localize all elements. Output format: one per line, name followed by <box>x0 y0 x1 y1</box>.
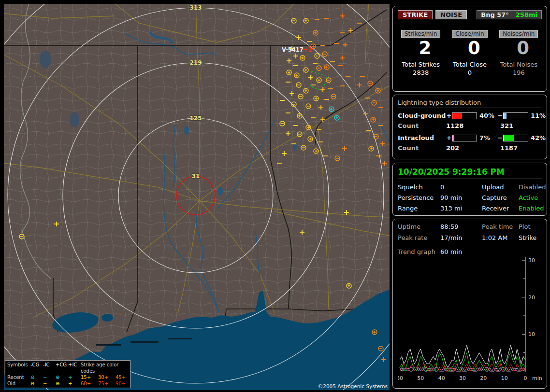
minus-sign: − <box>497 134 503 141</box>
datetime-display: 10/20/2025 9:29:16 PM <box>398 167 542 179</box>
upload-status: Disabled <box>519 183 546 191</box>
uptime-label: Uptime <box>398 223 440 230</box>
recent-ic-pos-icon: + <box>68 374 81 380</box>
total-close-value: 0 <box>447 69 492 76</box>
minus-sign: − <box>497 112 503 119</box>
ic-pos-bar <box>452 135 477 141</box>
uptime-value: 88:59 <box>440 223 482 230</box>
session-panel: Uptime 88:59 Peak time Plot Peak rate 17… <box>392 219 547 389</box>
svg-text:219: 219 <box>189 59 202 66</box>
ic-count-label: Count <box>398 144 446 152</box>
cg-neg-count: 321 <box>500 122 542 129</box>
receiver-label: Receiver <box>482 205 519 212</box>
upload-label: Upload <box>482 183 519 191</box>
squelch-value: 0 <box>440 183 482 191</box>
peak-time-label: Peak time <box>482 223 519 230</box>
svg-text:10: 10 <box>528 331 535 337</box>
noises-per-min-chip: Noises/min <box>499 30 538 38</box>
total-strikes-label: Total Strikes <box>398 61 444 68</box>
ic-pos-count: 202 <box>446 144 500 152</box>
svg-text:30: 30 <box>528 257 535 264</box>
cg-neg-bar <box>503 112 528 119</box>
recent-cg-pos-icon: ⊕ <box>56 374 68 380</box>
persistence-value: 90 min <box>440 194 482 201</box>
peak-rate-label: Peak rate <box>398 234 440 241</box>
close-per-min-value: 0 <box>447 38 492 59</box>
distribution-title: Lightning type distribution <box>398 99 542 108</box>
bearing-display: Bng 57° 258mi <box>477 10 542 19</box>
old-cg-pos-icon: ⊕ <box>56 380 68 387</box>
svg-text:50: 50 <box>417 375 424 381</box>
capture-label: Capture <box>482 194 519 201</box>
age-code-75: 75+ <box>98 380 116 387</box>
cg-pos-bar <box>452 112 477 119</box>
trend-graph-label: Trend graph <box>398 248 440 255</box>
svg-text:60: 60 <box>398 375 403 381</box>
cloud-ground-label: Cloud-ground <box>398 112 446 119</box>
legend-col-ic-neg: -IC <box>43 362 56 374</box>
svg-text:20: 20 <box>528 294 535 301</box>
age-code-90: 90+ <box>116 380 133 387</box>
storm-cell-label[interactable]: V-5417+2 <box>282 46 312 53</box>
svg-text:313: 313 <box>189 4 202 11</box>
old-ic-pos-icon: + <box>68 380 81 387</box>
age-code-45: 45+ <box>116 374 133 380</box>
persistence-label: Persistence <box>398 194 440 201</box>
cg-count-label: Count <box>398 122 446 129</box>
trend-graph-value: 60 min <box>440 248 542 255</box>
old-cg-neg-icon: ⊖ <box>30 380 43 387</box>
ic-neg-bar <box>503 135 528 141</box>
svg-text:31: 31 <box>192 173 200 180</box>
legend-age-label: Strike age color codes <box>81 362 133 374</box>
copyright-text: ©2005 Astrogenic Systems <box>318 383 388 389</box>
legend-col-ic-pos: +IC <box>68 362 81 374</box>
svg-text:min: min <box>532 375 542 381</box>
squelch-label: Squelch <box>398 183 440 191</box>
strikes-per-min-value: 2 <box>398 38 444 59</box>
ic-neg-pct: 42% <box>528 134 549 141</box>
svg-text:0: 0 <box>524 375 527 381</box>
map-canvas: 31321912531 <box>4 4 390 390</box>
lightning-map[interactable]: 31321912531 V-5417+2 Symbols -CG -IC +CG… <box>4 4 390 390</box>
storm-cell-id: V-5417 <box>282 46 304 53</box>
recent-cg-neg-icon: ⊖ <box>30 374 43 380</box>
plus-sign: + <box>446 134 452 141</box>
noise-button[interactable]: NOISE <box>435 10 467 19</box>
capture-status: Active <box>519 194 546 201</box>
svg-text:30: 30 <box>459 375 466 381</box>
close-per-min-chip: Close/min <box>452 30 487 38</box>
recent-ic-neg-icon: − <box>43 374 56 380</box>
total-strikes-value: 2838 <box>398 69 444 76</box>
strikes-per-min-chip: Strikes/min <box>401 30 440 38</box>
cg-neg-pct: 11% <box>528 112 549 119</box>
peak-rate-value: 17/min <box>440 234 482 241</box>
ic-neg-count: 1187 <box>500 144 542 152</box>
legend-symbols-label: Symbols <box>7 362 30 374</box>
legend-recent-label: Recent <box>7 374 30 380</box>
cg-pos-pct: 40% <box>477 112 497 119</box>
plot-label: Plot <box>519 223 542 230</box>
noises-per-min-value: 0 <box>496 38 542 59</box>
svg-text:20: 20 <box>480 375 487 381</box>
counters-panel: STRIKE NOISE Bng 57° 258mi Strikes/min C… <box>392 6 547 92</box>
bearing-distance: 258mi <box>516 11 537 18</box>
age-code-60: 60+ <box>81 380 98 387</box>
peak-time-value: 1:02 AM <box>482 234 519 241</box>
distribution-panel: Lightning type distribution Cloud-ground… <box>392 95 547 159</box>
cg-pos-count: 1128 <box>446 122 500 129</box>
total-noises-value: 196 <box>496 69 542 76</box>
plus-sign: + <box>446 112 452 119</box>
symbol-legend: Symbols -CG -IC +CG +IC Strike age color… <box>5 360 130 388</box>
svg-text:40: 40 <box>438 375 445 381</box>
ic-pos-pct: 7% <box>477 134 497 141</box>
age-code-30: 30+ <box>98 374 116 380</box>
total-noises-label: Total Noises <box>496 61 542 68</box>
total-close-label: Total Close <box>447 61 492 68</box>
old-ic-neg-icon: − <box>43 380 56 387</box>
strike-button[interactable]: STRIKE <box>398 10 433 19</box>
legend-old-label: Old <box>7 380 30 387</box>
range-label: Range <box>398 205 440 212</box>
age-code-15: 15+ <box>81 374 98 380</box>
status-panel: 10/20/2025 9:29:16 PM Squelch 0 Upload D… <box>392 163 547 216</box>
svg-text:10: 10 <box>501 375 508 381</box>
